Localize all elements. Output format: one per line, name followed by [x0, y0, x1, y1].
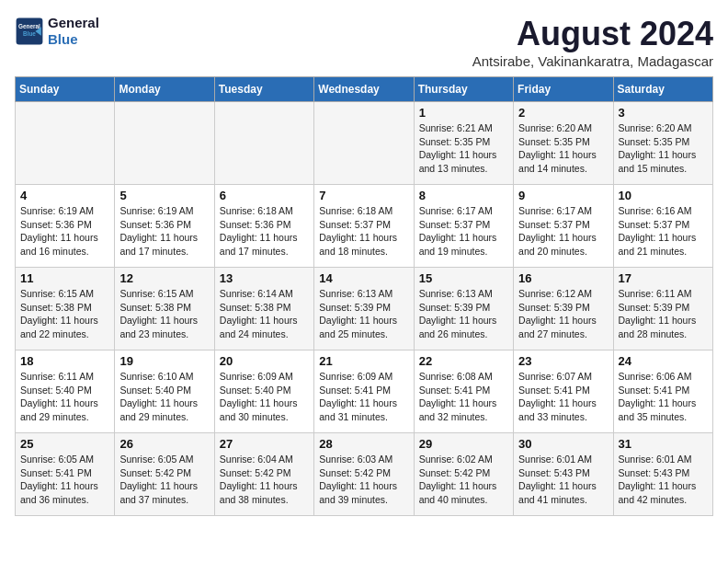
cell-date: 17	[619, 271, 708, 285]
calendar-cell: 1Sunrise: 6:21 AM Sunset: 5:35 PM Daylig…	[414, 102, 513, 185]
cell-date: 23	[518, 354, 608, 368]
cell-date: 20	[220, 354, 309, 368]
cell-date: 26	[119, 437, 209, 451]
cell-info: Sunrise: 6:14 AM Sunset: 5:38 PM Dayligh…	[220, 287, 309, 341]
header: General Blue General Blue August 2024 An…	[15, 15, 713, 69]
main-title: August 2024	[472, 15, 713, 53]
cell-info: Sunrise: 6:06 AM Sunset: 5:41 PM Dayligh…	[619, 370, 708, 424]
cell-info: Sunrise: 6:09 AM Sunset: 5:41 PM Dayligh…	[319, 370, 408, 424]
calendar-cell	[314, 102, 414, 185]
logo-text: General Blue	[48, 15, 99, 48]
calendar-cell: 11Sunrise: 6:15 AM Sunset: 5:38 PM Dayli…	[16, 268, 115, 350]
cell-info: Sunrise: 6:05 AM Sunset: 5:42 PM Dayligh…	[119, 453, 209, 507]
cell-info: Sunrise: 6:13 AM Sunset: 5:39 PM Dayligh…	[319, 287, 408, 341]
cell-info: Sunrise: 6:01 AM Sunset: 5:43 PM Dayligh…	[518, 453, 608, 507]
calendar-week-row: 1Sunrise: 6:21 AM Sunset: 5:35 PM Daylig…	[16, 102, 713, 185]
calendar-cell: 22Sunrise: 6:08 AM Sunset: 5:41 PM Dayli…	[414, 350, 513, 433]
cell-date: 24	[619, 354, 708, 368]
cell-info: Sunrise: 6:11 AM Sunset: 5:40 PM Dayligh…	[20, 370, 109, 424]
cell-date: 5	[119, 189, 209, 202]
cell-date: 7	[319, 189, 408, 202]
cell-info: Sunrise: 6:19 AM Sunset: 5:36 PM Dayligh…	[119, 204, 209, 259]
weekday-header-saturday: Saturday	[613, 77, 712, 102]
cell-date: 28	[319, 437, 408, 451]
cell-info: Sunrise: 6:17 AM Sunset: 5:37 PM Dayligh…	[518, 204, 608, 259]
calendar-cell: 12Sunrise: 6:15 AM Sunset: 5:38 PM Dayli…	[115, 268, 214, 350]
cell-info: Sunrise: 6:15 AM Sunset: 5:38 PM Dayligh…	[119, 287, 209, 341]
cell-date: 29	[419, 437, 508, 451]
cell-info: Sunrise: 6:15 AM Sunset: 5:38 PM Dayligh…	[20, 287, 109, 341]
cell-info: Sunrise: 6:09 AM Sunset: 5:40 PM Dayligh…	[220, 370, 309, 424]
cell-date: 2	[518, 106, 608, 120]
calendar-cell: 3Sunrise: 6:20 AM Sunset: 5:35 PM Daylig…	[613, 102, 712, 185]
title-area: August 2024 Antsirabe, Vakinankaratra, M…	[472, 15, 713, 69]
calendar-cell: 20Sunrise: 6:09 AM Sunset: 5:40 PM Dayli…	[214, 350, 313, 433]
calendar-cell: 25Sunrise: 6:05 AM Sunset: 5:41 PM Dayli…	[16, 433, 115, 516]
cell-info: Sunrise: 6:18 AM Sunset: 5:37 PM Dayligh…	[319, 204, 408, 259]
cell-info: Sunrise: 6:17 AM Sunset: 5:37 PM Dayligh…	[419, 204, 508, 259]
cell-date: 19	[119, 354, 209, 368]
cell-date: 30	[518, 437, 608, 451]
calendar-cell	[16, 102, 115, 185]
cell-info: Sunrise: 6:20 AM Sunset: 5:35 PM Dayligh…	[619, 121, 708, 176]
calendar-cell: 28Sunrise: 6:03 AM Sunset: 5:42 PM Dayli…	[314, 433, 414, 516]
calendar-cell: 29Sunrise: 6:02 AM Sunset: 5:42 PM Dayli…	[414, 433, 513, 516]
cell-date: 1	[419, 106, 508, 120]
cell-date: 9	[518, 189, 608, 202]
cell-info: Sunrise: 6:12 AM Sunset: 5:39 PM Dayligh…	[518, 287, 608, 341]
cell-info: Sunrise: 6:08 AM Sunset: 5:41 PM Dayligh…	[419, 370, 508, 424]
calendar-cell: 9Sunrise: 6:17 AM Sunset: 5:37 PM Daylig…	[514, 185, 613, 268]
cell-date: 6	[220, 189, 309, 202]
cell-date: 13	[220, 271, 309, 285]
logo-line2: Blue	[48, 31, 99, 48]
cell-info: Sunrise: 6:13 AM Sunset: 5:39 PM Dayligh…	[419, 287, 508, 341]
calendar-cell: 21Sunrise: 6:09 AM Sunset: 5:41 PM Dayli…	[314, 350, 414, 433]
logo-line1: General	[48, 15, 99, 31]
calendar-week-row: 18Sunrise: 6:11 AM Sunset: 5:40 PM Dayli…	[16, 350, 713, 433]
calendar-cell: 24Sunrise: 6:06 AM Sunset: 5:41 PM Dayli…	[613, 350, 712, 433]
svg-text:Blue: Blue	[23, 30, 36, 37]
cell-date: 11	[20, 271, 109, 285]
cell-info: Sunrise: 6:11 AM Sunset: 5:39 PM Dayligh…	[619, 287, 708, 341]
weekday-header-sunday: Sunday	[16, 77, 115, 102]
svg-text:General: General	[18, 23, 40, 29]
cell-info: Sunrise: 6:01 AM Sunset: 5:43 PM Dayligh…	[619, 453, 708, 507]
calendar-cell: 13Sunrise: 6:14 AM Sunset: 5:38 PM Dayli…	[214, 268, 313, 350]
cell-date: 4	[20, 189, 109, 202]
calendar-week-row: 4Sunrise: 6:19 AM Sunset: 5:36 PM Daylig…	[16, 185, 713, 268]
calendar-cell: 19Sunrise: 6:10 AM Sunset: 5:40 PM Dayli…	[115, 350, 214, 433]
calendar-cell: 8Sunrise: 6:17 AM Sunset: 5:37 PM Daylig…	[414, 185, 513, 268]
calendar-cell: 10Sunrise: 6:16 AM Sunset: 5:37 PM Dayli…	[613, 185, 712, 268]
cell-info: Sunrise: 6:03 AM Sunset: 5:42 PM Dayligh…	[319, 453, 408, 507]
cell-date: 22	[419, 354, 508, 368]
weekday-header-row: SundayMondayTuesdayWednesdayThursdayFrid…	[16, 77, 713, 102]
cell-date: 18	[20, 354, 109, 368]
cell-date: 16	[518, 271, 608, 285]
logo-icon: General Blue	[15, 17, 44, 46]
calendar-cell: 31Sunrise: 6:01 AM Sunset: 5:43 PM Dayli…	[613, 433, 712, 516]
calendar-cell: 15Sunrise: 6:13 AM Sunset: 5:39 PM Dayli…	[414, 268, 513, 350]
cell-info: Sunrise: 6:19 AM Sunset: 5:36 PM Dayligh…	[20, 204, 109, 259]
calendar-cell: 16Sunrise: 6:12 AM Sunset: 5:39 PM Dayli…	[514, 268, 613, 350]
cell-info: Sunrise: 6:10 AM Sunset: 5:40 PM Dayligh…	[119, 370, 209, 424]
weekday-header-friday: Friday	[514, 77, 613, 102]
cell-info: Sunrise: 6:18 AM Sunset: 5:36 PM Dayligh…	[220, 204, 309, 259]
cell-info: Sunrise: 6:21 AM Sunset: 5:35 PM Dayligh…	[419, 121, 508, 176]
calendar-cell: 26Sunrise: 6:05 AM Sunset: 5:42 PM Dayli…	[115, 433, 214, 516]
calendar-cell: 30Sunrise: 6:01 AM Sunset: 5:43 PM Dayli…	[514, 433, 613, 516]
weekday-header-wednesday: Wednesday	[314, 77, 414, 102]
calendar-table: SundayMondayTuesdayWednesdayThursdayFrid…	[15, 76, 713, 516]
cell-info: Sunrise: 6:20 AM Sunset: 5:35 PM Dayligh…	[518, 121, 608, 176]
calendar-cell: 17Sunrise: 6:11 AM Sunset: 5:39 PM Dayli…	[613, 268, 712, 350]
cell-info: Sunrise: 6:02 AM Sunset: 5:42 PM Dayligh…	[419, 453, 508, 507]
weekday-header-monday: Monday	[115, 77, 214, 102]
calendar-cell: 6Sunrise: 6:18 AM Sunset: 5:36 PM Daylig…	[214, 185, 313, 268]
calendar-cell: 7Sunrise: 6:18 AM Sunset: 5:37 PM Daylig…	[314, 185, 414, 268]
cell-date: 27	[220, 437, 309, 451]
calendar-cell: 27Sunrise: 6:04 AM Sunset: 5:42 PM Dayli…	[214, 433, 313, 516]
cell-date: 25	[20, 437, 109, 451]
calendar-cell: 2Sunrise: 6:20 AM Sunset: 5:35 PM Daylig…	[514, 102, 613, 185]
calendar-cell	[115, 102, 214, 185]
cell-date: 3	[619, 106, 708, 120]
cell-date: 10	[619, 189, 708, 202]
